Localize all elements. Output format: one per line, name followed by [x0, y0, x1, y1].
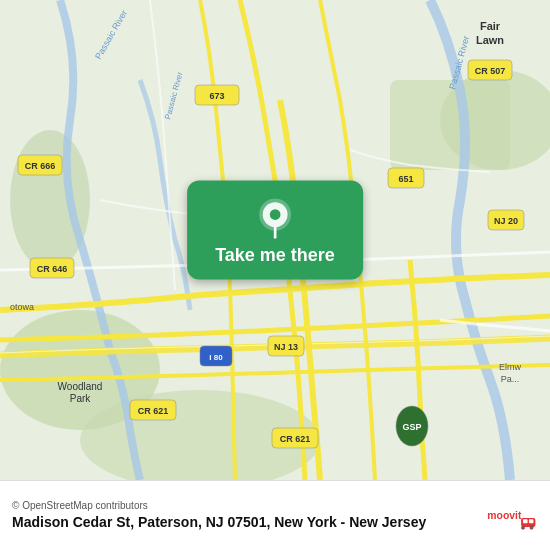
svg-text:651: 651 — [398, 174, 413, 184]
svg-text:Elmw: Elmw — [499, 362, 521, 372]
svg-text:Pa...: Pa... — [501, 374, 520, 384]
location-pin-icon — [255, 199, 295, 239]
svg-point-45 — [521, 526, 524, 529]
svg-text:Woodland: Woodland — [58, 381, 103, 392]
info-bar: © OpenStreetMap contributors Madison Ced… — [0, 480, 550, 550]
svg-text:CR 646: CR 646 — [37, 264, 68, 274]
svg-text:NJ 13: NJ 13 — [274, 342, 298, 352]
svg-text:Park: Park — [70, 393, 92, 404]
moovit-logo-svg: moovit — [486, 498, 538, 534]
svg-rect-43 — [523, 519, 528, 523]
svg-point-40 — [270, 209, 281, 220]
address-text: Madison Cedar St, Paterson, NJ 07501, Ne… — [12, 513, 476, 531]
svg-text:CR 666: CR 666 — [25, 161, 56, 171]
svg-point-46 — [530, 526, 533, 529]
take-me-there-label: Take me there — [215, 245, 335, 266]
svg-text:GSP: GSP — [402, 422, 421, 432]
button-overlay: Take me there — [187, 181, 363, 280]
svg-point-5 — [10, 130, 90, 270]
take-me-there-button[interactable]: Take me there — [187, 181, 363, 280]
svg-text:Lawn: Lawn — [476, 34, 504, 46]
svg-text:otowa: otowa — [10, 302, 34, 312]
info-text-block: © OpenStreetMap contributors Madison Ced… — [12, 500, 476, 531]
copyright-text: © OpenStreetMap contributors — [12, 500, 476, 511]
svg-rect-3 — [390, 80, 510, 170]
svg-text:I 80: I 80 — [209, 353, 223, 362]
svg-text:CR 621: CR 621 — [138, 406, 169, 416]
moovit-logo: moovit — [486, 498, 538, 534]
svg-text:Fair: Fair — [480, 20, 501, 32]
svg-text:CR 621: CR 621 — [280, 434, 311, 444]
svg-rect-44 — [529, 519, 534, 523]
svg-text:NJ 20: NJ 20 — [494, 216, 518, 226]
svg-text:CR 507: CR 507 — [475, 66, 506, 76]
svg-text:673: 673 — [209, 91, 224, 101]
map-container: 673 CR 666 CR 646 CR 507 651 NJ 20 NJ 13… — [0, 0, 550, 480]
svg-text:moovit: moovit — [487, 510, 522, 521]
